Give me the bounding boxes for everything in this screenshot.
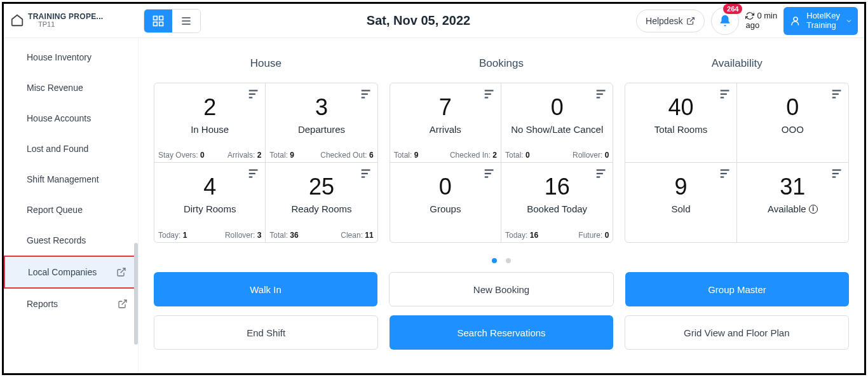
user-menu-button[interactable]: HotelKey Training (783, 7, 858, 35)
stat-card-booked-today[interactable]: 16Booked TodayToday: 16Future: 0 (501, 163, 613, 242)
stat-value: 7 (394, 96, 497, 119)
stat-label: Ready Rooms (291, 203, 351, 214)
pager-dot-2[interactable] (506, 258, 511, 263)
stat-footer: Stay Overs: 0Arrivals: 2 (158, 151, 261, 160)
current-date: Sat, Nov 05, 2022 (201, 13, 636, 28)
sort-icon (719, 87, 733, 101)
stat-card-in-house[interactable]: 2In HouseStay Overs: 0Arrivals: 2 (154, 83, 266, 163)
grid-view-button[interactable] (144, 10, 172, 32)
sort-icon (719, 167, 733, 181)
sidebar-item-lost-and-found[interactable]: Lost and Found (4, 134, 138, 164)
stat-card-ready-rooms[interactable]: 25Ready RoomsTotal: 36Clean: 11 (266, 163, 377, 242)
stat-label: Groups (430, 203, 461, 214)
stat-footer: Total: 36Clean: 11 (269, 231, 373, 240)
sidebar-item-label: Shift Management (27, 174, 99, 184)
pager-dot-1[interactable] (492, 258, 497, 263)
stat-footer: Total: 0Rollover: 0 (505, 151, 609, 160)
section-title: House (154, 57, 378, 70)
grid-view-and-floor-plan-button[interactable]: Grid View and Floor Plan (625, 315, 849, 350)
sort-icon (247, 87, 261, 101)
sort-icon (483, 167, 497, 181)
stat-label: Total Rooms (654, 124, 707, 135)
svg-line-9 (121, 268, 125, 273)
list-view-button[interactable] (172, 10, 200, 32)
stat-label: Dirty Rooms (184, 203, 236, 214)
section-title: Availability (625, 57, 849, 70)
stat-value: 0 (505, 96, 609, 119)
stat-value: 3 (269, 96, 373, 119)
sort-icon (831, 167, 844, 181)
sidebar-item-report-queue[interactable]: Report Queue (4, 195, 138, 225)
sidebar-item-house-accounts[interactable]: House Accounts (4, 103, 138, 134)
stat-label: In House (191, 124, 229, 135)
svg-line-10 (122, 300, 126, 305)
grid-icon (152, 15, 165, 27)
search-reservations-button[interactable]: Search Reservations (390, 315, 613, 350)
stat-card-ooo[interactable]: 0OOO (737, 83, 848, 163)
stat-label: OOO (782, 124, 804, 135)
stat-card-total-rooms[interactable]: 40Total Rooms (625, 83, 736, 163)
helpdesk-label: Helpdesk (646, 16, 682, 26)
sidebar-item-label: House Inventory (27, 52, 92, 62)
sidebar-item-label: Local Companies (28, 267, 97, 277)
helpdesk-button[interactable]: Helpdesk (636, 10, 705, 32)
sidebar-item-local-companies[interactable]: Local Companies (4, 256, 138, 289)
stat-footer: Total: 9Checked In: 2 (394, 151, 497, 160)
sort-icon (595, 87, 609, 101)
sidebar-item-misc-revenue[interactable]: Misc Revenue (4, 72, 138, 103)
list-icon (180, 15, 193, 27)
end-shift-button[interactable]: End Shift (154, 315, 378, 350)
refresh-icon (745, 11, 754, 20)
stat-label: Sold (671, 203, 690, 214)
sidebar-item-shift-management[interactable]: Shift Management (4, 164, 138, 195)
stat-value: 0 (741, 96, 844, 119)
sort-icon (360, 87, 374, 101)
property-code: TP11 (38, 21, 103, 29)
svg-point-8 (794, 17, 797, 21)
sync-time: 0 min (757, 11, 777, 21)
property-info[interactable]: TRAINING PROPE... TP11 (10, 13, 144, 28)
svg-rect-0 (154, 16, 158, 20)
walk-in-button[interactable]: Walk In (154, 272, 377, 306)
notifications-button[interactable]: 264 (711, 7, 739, 35)
stat-card-dirty-rooms[interactable]: 4Dirty RoomsToday: 1Rollover: 3 (154, 163, 266, 242)
sidebar-item-label: House Accounts (27, 113, 91, 123)
sort-icon (483, 87, 497, 101)
group-master-button[interactable]: Group Master (625, 272, 849, 306)
svg-rect-2 (154, 22, 158, 25)
stat-label: Departures (298, 124, 345, 135)
sidebar-item-house-inventory[interactable]: House Inventory (4, 42, 138, 72)
new-booking-button[interactable]: New Booking (389, 272, 614, 306)
sidebar-item-guest-records[interactable]: Guest Records (4, 225, 138, 256)
stat-label: Booked Today (527, 203, 587, 214)
external-link-icon (686, 17, 695, 25)
stat-card-departures[interactable]: 3DeparturesTotal: 9Checked Out: 6 (266, 83, 377, 163)
svg-rect-3 (159, 22, 163, 25)
stat-card-arrivals[interactable]: 7ArrivalsTotal: 9Checked In: 2 (390, 83, 501, 163)
stat-value: 0 (394, 175, 497, 198)
stat-card-sold[interactable]: 9Sold (625, 163, 736, 242)
view-toggle (144, 9, 201, 33)
sort-icon (360, 167, 374, 181)
sync-status[interactable]: 0 min ago (745, 11, 777, 31)
sort-icon (831, 87, 844, 101)
bell-icon (718, 14, 732, 28)
stat-card-no-show-late-cancel[interactable]: 0No Show/Late CancelTotal: 0Rollover: 0 (501, 83, 613, 163)
stat-value: 25 (269, 175, 373, 198)
user-name-2: Training (806, 21, 840, 30)
stat-value: 4 (158, 175, 261, 198)
stat-value: 40 (629, 96, 732, 119)
user-icon (790, 15, 801, 27)
sidebar-scrollbar[interactable] (133, 38, 138, 373)
svg-line-7 (690, 17, 694, 21)
stat-card-available[interactable]: 31Availablei (737, 163, 848, 242)
stat-label: Arrivals (430, 124, 461, 135)
stat-footer: Total: 9Checked Out: 6 (269, 151, 373, 160)
stat-label: Availablei (768, 203, 818, 214)
stat-footer: Today: 1Rollover: 3 (158, 231, 261, 240)
stat-card-groups[interactable]: 0Groups (390, 163, 501, 242)
notifications-badge: 264 (723, 4, 742, 14)
sidebar-item-label: Report Queue (27, 205, 83, 215)
sidebar-item-reports[interactable]: Reports (4, 289, 138, 319)
stat-value: 31 (741, 175, 844, 198)
